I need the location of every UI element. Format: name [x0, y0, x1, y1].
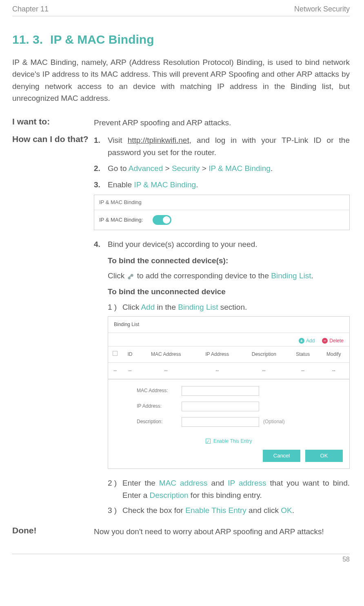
page-header: Chapter 11 Network Security [12, 5, 350, 16]
delete-button[interactable]: − Delete [322, 337, 344, 345]
substep-1: 1 ) Click Add in the Binding List sectio… [108, 301, 350, 313]
ip-mac-binding-panel: IP & MAC Binding IP & MAC Binding: [94, 195, 350, 230]
step-1: 1. Visit http://tplinkwifi.net, and log … [94, 134, 350, 158]
intro-paragraph: IP & MAC Binding, namely, ARP (Address R… [12, 56, 350, 104]
description-label: Description: [137, 418, 182, 426]
i-want-to-text: Prevent ARP spoofing and ARP attacks. [94, 117, 350, 129]
substep-2: 2 ) Enter the MAC address and IP address… [108, 477, 350, 501]
enable-entry-label: Enable This Entry [213, 438, 252, 444]
ip-mac-binding-toggle[interactable] [153, 215, 171, 225]
page-title: 11. 3.IP & MAC Binding [12, 33, 350, 47]
cancel-button[interactable]: Cancel [263, 450, 300, 462]
page-number: 58 [12, 554, 350, 563]
section-number: 11. 3. [12, 33, 43, 46]
link-icon[interactable] [127, 272, 135, 280]
add-button[interactable]: + Add [299, 337, 315, 345]
done-text: Now you don't need to worry about ARP sp… [94, 526, 350, 537]
optional-label: (Optional) [263, 418, 285, 426]
tplink-url-link[interactable]: http://tplinkwifi.net [128, 136, 189, 144]
plus-icon: + [299, 338, 304, 344]
i-want-to-label: I want to: [12, 117, 94, 129]
table-header-row: ID MAC Address IP Address Description St… [108, 346, 349, 363]
bind-connected-heading: To bind the connected device(s): [108, 255, 350, 266]
bind-unconnected-heading: To bind the unconnected device [108, 286, 350, 297]
panel-title: IP & MAC Binding [94, 195, 349, 210]
description-input[interactable] [182, 417, 259, 427]
table-row: -- -- -- -- -- -- -- [108, 363, 349, 379]
binding-table: ID MAC Address IP Address Description St… [108, 346, 349, 379]
binding-list-title: Binding List [108, 317, 349, 333]
toggle-label: IP & MAC Binding: [99, 216, 143, 224]
chapter-label: Chapter 11 [12, 5, 49, 13]
enable-entry-checkbox[interactable] [206, 439, 211, 444]
select-all-checkbox[interactable] [113, 351, 118, 356]
ip-address-input[interactable] [182, 402, 259, 411]
minus-icon: − [322, 338, 328, 344]
mac-address-label: MAC Address: [137, 387, 182, 395]
step-3: 3. Enable IP & MAC Binding. [94, 179, 350, 191]
ip-address-label: IP Address: [137, 402, 182, 410]
substep-3: 3 ) Check the box for Enable This Entry … [108, 504, 350, 516]
how-label: How can I do that? [12, 134, 94, 519]
step-4: 4. Bind your device(s) according to your… [94, 238, 350, 250]
done-label: Done! [12, 526, 94, 537]
binding-list-panel: Binding List + Add − Delete [108, 316, 350, 469]
ok-button[interactable]: OK [305, 450, 343, 462]
section-text: IP & MAC Binding [50, 33, 154, 46]
section-label: Network Security [294, 5, 350, 13]
step-2: 2. Go to Advanced > Security > IP & MAC … [94, 162, 350, 174]
mac-address-input[interactable] [182, 386, 259, 396]
